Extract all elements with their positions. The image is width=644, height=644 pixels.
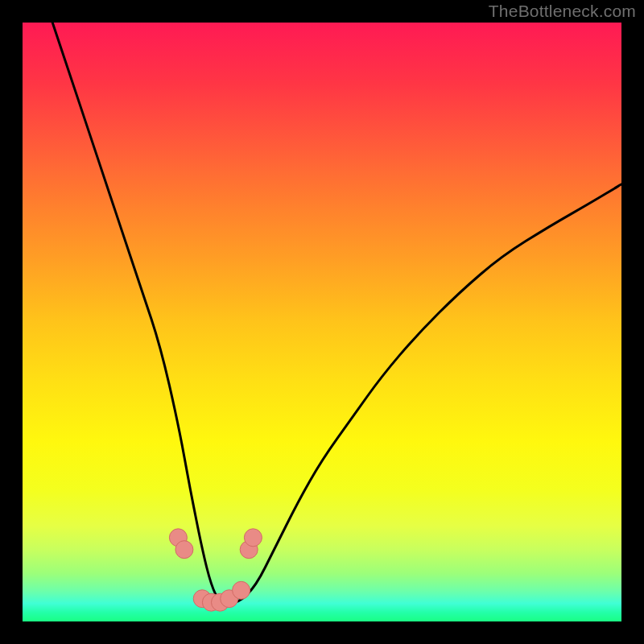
bottleneck-curve: [52, 23, 621, 604]
curve-layer: [23, 23, 621, 621]
chart-frame: TheBottleneck.com: [0, 0, 644, 644]
watermark-text: TheBottleneck.com: [489, 2, 636, 21]
marker-group: [169, 529, 262, 611]
curve-marker: [233, 581, 250, 599]
curve-marker: [244, 529, 262, 547]
curve-marker: [175, 541, 193, 559]
plot-area: [23, 23, 621, 621]
